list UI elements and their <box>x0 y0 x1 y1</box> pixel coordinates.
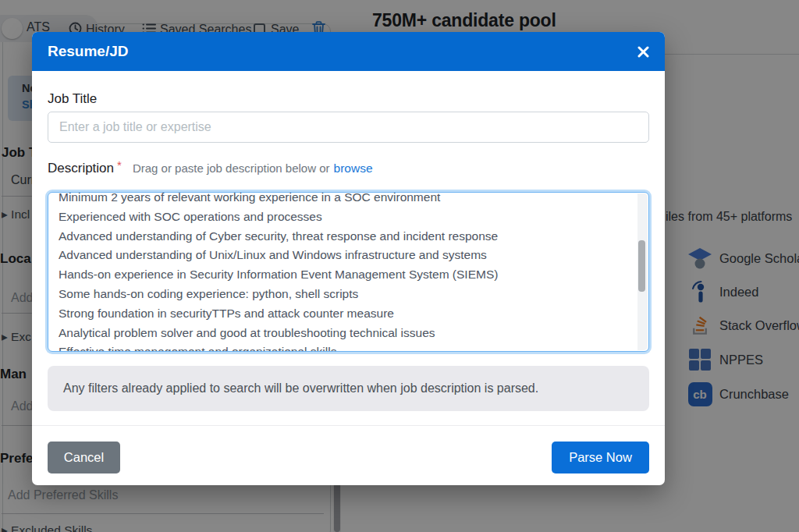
browse-link[interactable]: browse <box>334 161 373 176</box>
required-asterisk: * <box>117 158 122 172</box>
resume-jd-modal: Resume/JD Job Title Description * Drag o… <box>32 32 665 485</box>
close-icon[interactable] <box>634 42 652 61</box>
job-title-input[interactable] <box>48 112 649 143</box>
overwrite-warning-text: Any filters already applied to search wi… <box>63 381 538 395</box>
textarea-scrollbar-track[interactable] <box>637 193 648 350</box>
cancel-button[interactable]: Cancel <box>48 442 120 473</box>
job-title-label: Job Title <box>48 91 97 107</box>
job-description-textarea[interactable]: Minimum 2 years of relevant working expe… <box>48 192 649 352</box>
screen: ATS History Saved Searches Save 750M+ ca… <box>0 0 799 532</box>
job-description-text: Minimum 2 years of relevant working expe… <box>59 192 633 352</box>
parse-now-button[interactable]: Parse Now <box>552 442 649 473</box>
modal-title: Resume/JD <box>48 43 129 60</box>
description-label: Description <box>48 161 114 176</box>
modal-header: Resume/JD <box>32 32 665 71</box>
overwrite-warning-box: Any filters already applied to search wi… <box>48 366 649 411</box>
textarea-scrollbar-thumb[interactable] <box>638 240 645 292</box>
description-row: Description * Drag or paste job descript… <box>48 161 373 176</box>
description-hint: Drag or paste job description below or <box>133 161 330 175</box>
modal-footer-divider <box>32 425 665 426</box>
